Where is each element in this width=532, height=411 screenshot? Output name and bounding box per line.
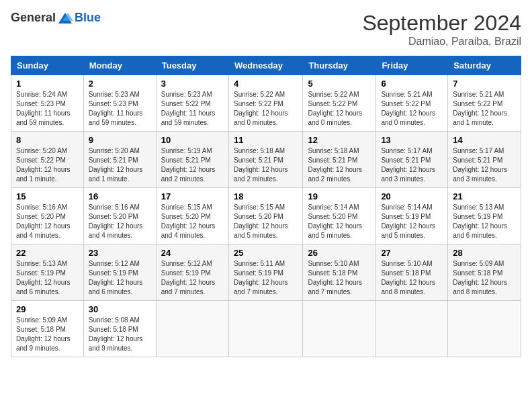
calendar-cell: 20Sunrise: 5:14 AMSunset: 5:19 PMDayligh… — [376, 188, 448, 244]
calendar-cell: 17Sunrise: 5:15 AMSunset: 5:20 PMDayligh… — [156, 188, 228, 244]
day-number: 8 — [16, 135, 79, 145]
month-title: September 2024 — [362, 11, 521, 36]
day-number: 26 — [308, 248, 371, 258]
day-number: 22 — [16, 248, 79, 258]
day-number: 17 — [161, 191, 224, 201]
day-number: 5 — [308, 79, 371, 89]
day-number: 18 — [234, 191, 298, 201]
day-number: 20 — [381, 191, 443, 201]
day-number: 1 — [16, 79, 79, 89]
day-info: Sunrise: 5:17 AMSunset: 5:21 PMDaylight:… — [453, 146, 516, 184]
calendar-cell — [448, 301, 521, 357]
calendar-cell: 10Sunrise: 5:19 AMSunset: 5:21 PMDayligh… — [156, 132, 228, 188]
calendar-header-row: SundayMondayTuesdayWednesdayThursdayFrid… — [11, 56, 521, 75]
logo-blue-text: Blue — [75, 11, 101, 25]
day-info: Sunrise: 5:10 AMSunset: 5:18 PMDaylight:… — [381, 259, 443, 297]
day-info: Sunrise: 5:08 AMSunset: 5:18 PMDaylight:… — [89, 316, 151, 353]
day-info: Sunrise: 5:15 AMSunset: 5:20 PMDaylight:… — [161, 203, 224, 240]
calendar-cell: 19Sunrise: 5:14 AMSunset: 5:20 PMDayligh… — [303, 188, 376, 244]
day-info: Sunrise: 5:20 AMSunset: 5:22 PMDaylight:… — [16, 146, 79, 184]
day-number: 16 — [89, 191, 151, 201]
day-number: 21 — [453, 191, 516, 201]
calendar-header-saturday: Saturday — [448, 56, 521, 75]
calendar-cell: 9Sunrise: 5:20 AMSunset: 5:21 PMDaylight… — [83, 132, 156, 188]
day-info: Sunrise: 5:13 AMSunset: 5:19 PMDaylight:… — [16, 259, 79, 297]
calendar-cell: 7Sunrise: 5:21 AMSunset: 5:22 PMDaylight… — [448, 75, 521, 132]
calendar-cell: 28Sunrise: 5:09 AMSunset: 5:18 PMDayligh… — [448, 244, 521, 301]
calendar-cell: 25Sunrise: 5:11 AMSunset: 5:19 PMDayligh… — [228, 244, 302, 301]
calendar-header-friday: Friday — [376, 56, 448, 75]
calendar-cell: 30Sunrise: 5:08 AMSunset: 5:18 PMDayligh… — [83, 301, 156, 357]
day-number: 11 — [234, 135, 298, 145]
calendar-cell: 22Sunrise: 5:13 AMSunset: 5:19 PMDayligh… — [11, 244, 84, 301]
day-number: 28 — [453, 248, 516, 258]
day-number: 15 — [16, 191, 79, 201]
day-info: Sunrise: 5:09 AMSunset: 5:18 PMDaylight:… — [453, 259, 516, 297]
calendar-cell — [303, 301, 376, 357]
logo: General Blue — [11, 11, 101, 25]
day-info: Sunrise: 5:12 AMSunset: 5:19 PMDaylight:… — [161, 259, 224, 297]
calendar-week-row: 15Sunrise: 5:16 AMSunset: 5:20 PMDayligh… — [11, 188, 521, 244]
location: Damiao, Paraiba, Brazil — [362, 36, 521, 48]
page-header: General Blue September 2024 Damiao, Para… — [11, 11, 521, 48]
calendar-cell — [376, 301, 448, 357]
calendar-cell: 13Sunrise: 5:17 AMSunset: 5:21 PMDayligh… — [376, 132, 448, 188]
day-number: 9 — [89, 135, 151, 145]
title-section: September 2024 Damiao, Paraiba, Brazil — [362, 11, 521, 48]
day-number: 6 — [381, 79, 443, 89]
calendar-cell: 29Sunrise: 5:09 AMSunset: 5:18 PMDayligh… — [11, 301, 84, 357]
day-number: 23 — [89, 248, 151, 258]
calendar-cell: 2Sunrise: 5:23 AMSunset: 5:23 PMDaylight… — [83, 75, 156, 132]
day-info: Sunrise: 5:21 AMSunset: 5:22 PMDaylight:… — [381, 90, 443, 128]
calendar-cell: 11Sunrise: 5:18 AMSunset: 5:21 PMDayligh… — [228, 132, 302, 188]
calendar-cell: 27Sunrise: 5:10 AMSunset: 5:18 PMDayligh… — [376, 244, 448, 301]
calendar-header-tuesday: Tuesday — [156, 56, 228, 75]
calendar-week-row: 1Sunrise: 5:24 AMSunset: 5:23 PMDaylight… — [11, 75, 521, 132]
calendar-table: SundayMondayTuesdayWednesdayThursdayFrid… — [11, 56, 521, 357]
calendar-cell: 15Sunrise: 5:16 AMSunset: 5:20 PMDayligh… — [11, 188, 84, 244]
calendar-cell — [156, 301, 228, 357]
calendar-cell: 1Sunrise: 5:24 AMSunset: 5:23 PMDaylight… — [11, 75, 84, 132]
calendar-cell: 3Sunrise: 5:23 AMSunset: 5:22 PMDaylight… — [156, 75, 228, 132]
day-number: 14 — [453, 135, 516, 145]
day-info: Sunrise: 5:16 AMSunset: 5:20 PMDaylight:… — [89, 203, 151, 240]
day-info: Sunrise: 5:24 AMSunset: 5:23 PMDaylight:… — [16, 90, 79, 128]
day-info: Sunrise: 5:22 AMSunset: 5:22 PMDaylight:… — [234, 90, 298, 128]
day-info: Sunrise: 5:17 AMSunset: 5:21 PMDaylight:… — [381, 146, 443, 184]
day-info: Sunrise: 5:13 AMSunset: 5:19 PMDaylight:… — [453, 203, 516, 240]
calendar-cell: 5Sunrise: 5:22 AMSunset: 5:22 PMDaylight… — [303, 75, 376, 132]
calendar-cell: 14Sunrise: 5:17 AMSunset: 5:21 PMDayligh… — [448, 132, 521, 188]
day-info: Sunrise: 5:20 AMSunset: 5:21 PMDaylight:… — [89, 146, 151, 184]
day-number: 27 — [381, 248, 443, 258]
day-info: Sunrise: 5:18 AMSunset: 5:21 PMDaylight:… — [234, 146, 298, 184]
logo-general-text: General — [11, 11, 56, 25]
day-info: Sunrise: 5:21 AMSunset: 5:22 PMDaylight:… — [453, 90, 516, 128]
day-info: Sunrise: 5:23 AMSunset: 5:23 PMDaylight:… — [89, 90, 151, 128]
day-info: Sunrise: 5:19 AMSunset: 5:21 PMDaylight:… — [161, 146, 224, 184]
day-number: 2 — [89, 79, 151, 89]
day-info: Sunrise: 5:22 AMSunset: 5:22 PMDaylight:… — [308, 90, 371, 128]
day-info: Sunrise: 5:14 AMSunset: 5:20 PMDaylight:… — [308, 203, 371, 240]
calendar-cell: 6Sunrise: 5:21 AMSunset: 5:22 PMDaylight… — [376, 75, 448, 132]
logo-icon — [57, 11, 73, 25]
day-info: Sunrise: 5:15 AMSunset: 5:20 PMDaylight:… — [234, 203, 298, 240]
day-number: 29 — [16, 304, 79, 314]
calendar-body: 1Sunrise: 5:24 AMSunset: 5:23 PMDaylight… — [11, 75, 521, 357]
day-info: Sunrise: 5:14 AMSunset: 5:19 PMDaylight:… — [381, 203, 443, 240]
day-number: 19 — [308, 191, 371, 201]
day-info: Sunrise: 5:12 AMSunset: 5:19 PMDaylight:… — [89, 259, 151, 297]
calendar-week-row: 8Sunrise: 5:20 AMSunset: 5:22 PMDaylight… — [11, 132, 521, 188]
day-info: Sunrise: 5:11 AMSunset: 5:19 PMDaylight:… — [234, 259, 298, 297]
day-number: 7 — [453, 79, 516, 89]
day-number: 30 — [89, 304, 151, 314]
day-info: Sunrise: 5:23 AMSunset: 5:22 PMDaylight:… — [161, 90, 224, 128]
day-number: 3 — [161, 79, 224, 89]
calendar-cell: 4Sunrise: 5:22 AMSunset: 5:22 PMDaylight… — [228, 75, 302, 132]
calendar-cell: 26Sunrise: 5:10 AMSunset: 5:18 PMDayligh… — [303, 244, 376, 301]
calendar-cell: 24Sunrise: 5:12 AMSunset: 5:19 PMDayligh… — [156, 244, 228, 301]
day-info: Sunrise: 5:10 AMSunset: 5:18 PMDaylight:… — [308, 259, 371, 297]
day-info: Sunrise: 5:09 AMSunset: 5:18 PMDaylight:… — [16, 316, 79, 353]
day-number: 25 — [234, 248, 298, 258]
calendar-cell — [228, 301, 302, 357]
calendar-header-thursday: Thursday — [303, 56, 376, 75]
